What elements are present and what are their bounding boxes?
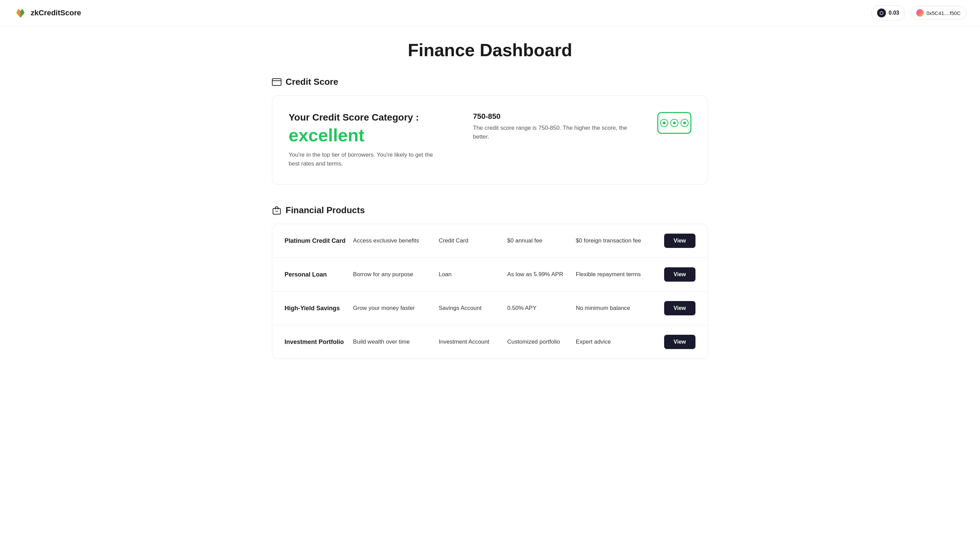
credit-left: Your Credit Score Category : excellent Y… [289,112,459,168]
product-benefit: $0 foreign transaction fee [576,237,662,244]
money-dot-left [663,122,665,124]
money-dot-right [683,122,686,124]
navbar: zkCreditScore ⬡ 0.03 0x5C41....f50C [0,0,980,26]
product-name: Personal Loan [285,271,353,278]
product-action: View [662,301,695,315]
credit-score-section-header: Credit Score [272,76,708,87]
brand: zkCreditScore [14,6,81,20]
view-button[interactable]: View [664,335,695,349]
table-row: Personal Loan Borrow for any purpose Loa… [272,258,708,292]
product-type: Savings Account [439,305,507,311]
product-type: Credit Card [439,237,507,244]
product-rate: $0 annual fee [508,237,576,244]
money-circle-center [670,119,678,127]
credit-category-label: Your Credit Score Category : [289,112,459,123]
wallet-badge[interactable]: 0x5C41....f50C [910,6,966,20]
product-rate: As low as 5.99% APR [508,271,576,278]
table-row: Investment Portfolio Build wealth over t… [272,325,708,359]
brand-name: zkCreditScore [31,8,81,17]
financial-products-card: Platinum Credit Card Access exclusive be… [272,224,708,359]
product-benefit: Flexible repayment terms [576,271,662,278]
view-button[interactable]: View [664,233,695,248]
wallet-avatar [916,9,924,17]
table-row: High-Yield Savings Grow your money faste… [272,292,708,325]
wallet-address: 0x5C41....f50C [926,10,961,16]
product-description: Grow your money faster [353,305,439,311]
navbar-right: ⬡ 0.03 0x5C41....f50C [871,5,966,21]
eth-icon: ⬡ [877,8,886,17]
product-type: Investment Account [439,338,507,345]
main-content: Finance Dashboard Credit Score Your Cred… [251,26,729,373]
page-title: Finance Dashboard [272,40,708,60]
product-rate: 0.50% APY [508,305,576,311]
balance-badge[interactable]: ⬡ 0.03 [871,5,905,21]
credit-score-icon [272,77,282,87]
credit-score-section-title: Credit Score [286,76,338,87]
money-icon [657,112,691,134]
money-dot-center [673,122,676,124]
product-description: Build wealth over time [353,338,439,345]
money-circle-left [660,119,668,127]
credit-category-value: excellent [289,125,459,145]
financial-products-section-title: Financial Products [286,205,365,216]
table-row: Platinum Credit Card Access exclusive be… [272,224,708,258]
product-benefit: No minimum balance [576,305,662,311]
financial-products-icon [272,206,282,215]
credit-score-card: Your Credit Score Category : excellent Y… [272,95,708,184]
financial-products-section-header: Financial Products [272,205,708,216]
products-table: Platinum Credit Card Access exclusive be… [272,224,708,359]
product-name: High-Yield Savings [285,305,353,312]
money-circle-right [681,119,689,127]
product-benefit: Expert advice [576,338,662,345]
view-button[interactable]: View [664,267,695,282]
credit-right [657,112,691,134]
balance-value: 0.03 [889,10,899,16]
product-rate: Customized portfolio [508,338,576,345]
product-action: View [662,267,695,282]
credit-description: You're in the top tier of borrowers. You… [289,151,439,168]
product-name: Investment Portfolio [285,338,353,346]
credit-range-desc: The credit score range is 750-850. The h… [473,124,644,141]
credit-middle: 750-850 The credit score range is 750-85… [459,112,657,141]
product-type: Loan [439,271,507,278]
product-action: View [662,335,695,349]
product-action: View [662,233,695,248]
view-button[interactable]: View [664,301,695,315]
product-name: Platinum Credit Card [285,237,353,245]
product-description: Access exclusive benefits [353,237,439,244]
credit-range: 750-850 [473,112,644,121]
svg-rect-1 [272,79,281,86]
product-description: Borrow for any purpose [353,271,439,278]
logo-icon [14,6,27,20]
